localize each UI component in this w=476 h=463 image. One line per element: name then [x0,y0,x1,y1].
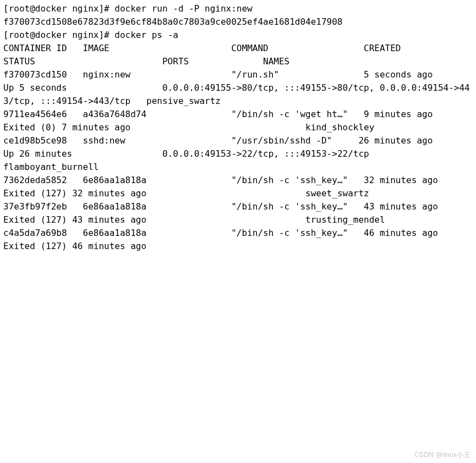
row1-created: 9 minutes ago [364,109,433,119]
run-output-hash: f370073cd1508e67823d3f9e6cf84b8a0c7803a9… [3,16,343,27]
row5-created: 46 minutes ago [364,228,438,238]
ps-header-ports: PORTS [162,56,189,67]
row2-status: Up 26 minutes [3,148,72,159]
row4-names: trusting_mendel [305,214,385,225]
row0-ports: 0.0.0.0:49155->80/tcp, :::49155->80/tcp,… [3,82,470,106]
ps-header-created: CREATED [364,43,401,53]
row1-command: "/bin/sh -c 'wget ht…" [231,109,348,119]
row3-created: 32 minutes ago [364,175,438,185]
ps-header-names: NAMES [263,56,289,67]
row0-status: Up 5 seconds [3,82,67,93]
ps-header-status: STATUS [3,56,35,67]
row5-status: Exited (127) 46 minutes ago [3,241,146,251]
row5-image: 6e86aa1a818a [83,228,147,238]
row0-names: pensive_swartz [146,96,221,106]
row2-ports: 0.0.0.0:49153->22/tcp, :::49153->22/tcp [162,148,369,159]
row0-id: f370073cd150 [3,69,67,80]
terminal-output: [root@docker nginx]# docker run -d -P ng… [0,0,473,255]
row1-id: 9711ea4564e6 [3,109,67,119]
row0-command: "/run.sh" [231,69,279,80]
row2-image: sshd:new [83,135,125,146]
ps-header-command: COMMAND [231,43,268,53]
shell-prompt: [root@docker nginx]# [3,3,110,14]
row0-image: nginx:new [83,69,131,80]
row4-image: 6e86aa1a818a [83,201,147,212]
ps-header-image: IMAGE [83,43,110,53]
row3-status: Exited (127) 32 minutes ago [3,188,146,199]
row2-names: flamboyant_burnell [3,162,99,172]
row3-image: 6e86aa1a818a [83,175,147,185]
row5-command: "/bin/sh -c 'ssh_key…" [231,228,348,238]
row4-created: 43 minutes ago [364,201,438,212]
row2-command: "/usr/sbin/sshd -D" [231,135,332,146]
row3-names: sweet_swartz [305,188,369,199]
row4-id: 37e3fb97f2eb [3,201,67,212]
row1-status: Exited (0) 7 minutes ago [3,122,130,133]
row2-created: 26 minutes ago [358,135,433,146]
row3-id: 7362deda5852 [3,175,67,185]
ps-header-container-id: CONTAINER ID [3,43,67,53]
row2-id: ce1d98b5ce98 [3,135,67,146]
row4-status: Exited (127) 43 minutes ago [3,214,146,225]
row1-image: a436a7648d74 [83,109,147,119]
row0-created: 5 seconds ago [364,69,433,80]
row5-id: c4a5da7a69b8 [3,228,67,238]
shell-prompt: [root@docker nginx]# [3,30,110,40]
row1-names: kind_shockley [305,122,374,133]
row4-command: "/bin/sh -c 'ssh_key…" [231,201,348,212]
command-docker-ps: docker ps -a [114,30,178,40]
command-docker-run: docker run -d -P nginx:new [114,3,252,14]
row3-command: "/bin/sh -c 'ssh_key…" [231,175,348,185]
